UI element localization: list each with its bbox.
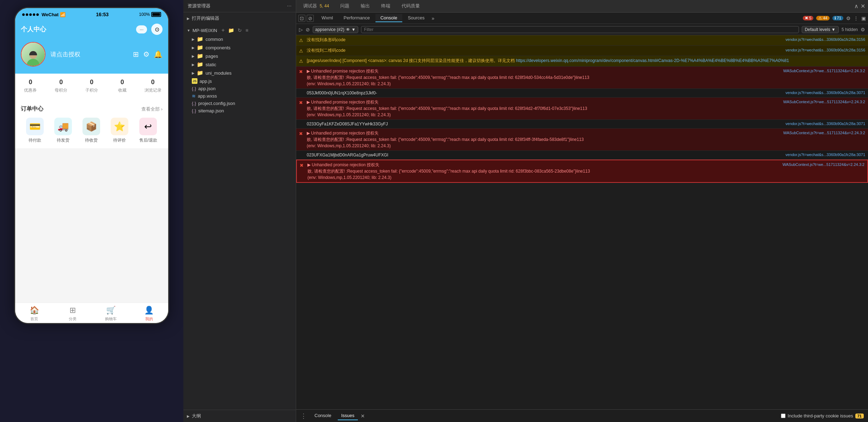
filetree-more-icon[interactable]: ··· [287, 3, 292, 9]
tab-code-quality[interactable]: 代码质量 [397, 1, 424, 11]
panel-icon[interactable]: ▣ [861, 15, 866, 21]
tree-item-project-config[interactable]: {.} project.config.json [183, 100, 296, 107]
pending-review-icon: ⭐ [111, 118, 128, 135]
block-icon[interactable]: ⊘ [307, 15, 314, 22]
tree-item-pages[interactable]: ▶ 📁 pages [183, 52, 296, 60]
inspect-icon[interactable]: ⊡ [298, 15, 305, 22]
log-id-source-2[interactable]: vendor.js?t=wechat&s...3360b90a1fc28a:30… [786, 121, 865, 127]
log-detail-2: 败, 请检查您的配置! :Request access_token fail: … [307, 105, 865, 118]
nav-cart[interactable]: 🛒 购物车 [92, 306, 130, 322]
third-party-checkbox[interactable] [781, 414, 786, 418]
stat-coupon[interactable]: 0 优惠券 [15, 79, 46, 93]
log-source-err-3[interactable]: WASubContext.js?t=we...51711324&v=2.24.3… [783, 130, 865, 136]
log-source-err-4[interactable]: WASubContext.js?t=we...51711324&v=2.24.3… [782, 162, 864, 168]
order-refund[interactable]: ↩ 售后/退款 [139, 118, 157, 143]
nav-home[interactable]: 🏠 首页 [15, 306, 54, 322]
open-editors-label: 打开的编辑器 [192, 15, 219, 21]
settings-icon[interactable]: ⚙ [143, 50, 149, 58]
refresh-icon[interactable]: ↻ [238, 27, 242, 33]
log-source-err-2[interactable]: WASubContext.js?t=we...51711324&v=2.24.3… [783, 99, 865, 105]
more-options-icon[interactable]: ⋮ [854, 15, 858, 21]
issues-tab-issues[interactable]: Issues [338, 411, 358, 420]
open-editors-header[interactable]: ▶ 打开的编辑器 [183, 14, 296, 23]
tree-item-components[interactable]: ▶ 📁 components [183, 43, 296, 52]
tree-item-common[interactable]: ▶ 📁 common [183, 35, 296, 43]
console-gear-icon[interactable]: ⚙ [861, 27, 865, 32]
user-section: 请点击授权 ⊞ ⚙ 🔔 [15, 38, 168, 74]
nav-more-icon[interactable]: » [432, 15, 434, 21]
outline-label: 大纲 [192, 413, 201, 419]
tree-item-app-wxss[interactable]: ≋ app.wxss [183, 92, 296, 100]
filter-input[interactable] [361, 26, 799, 33]
order-pending-review[interactable]: ⭐ 待评价 [111, 118, 128, 143]
tree-item-uni-modules[interactable]: ▶ 📁 uni_modules [183, 69, 296, 77]
stat-parent-points-label: 母积分 [55, 87, 67, 93]
log-id-2: 0233GyFa1KFZeD08SJFa1YYwHk33GyFJ [307, 121, 388, 127]
log-source-1[interactable]: vendor.js?t=wechat&s...3360b90a1fc28a:31… [786, 37, 865, 43]
log-id-source-1[interactable]: vendor.js?t=wechat&s...3360b90a1fc28a:30… [786, 90, 865, 96]
signal-dot-3 [29, 13, 32, 16]
tree-item-app-js[interactable]: JS app.js [183, 77, 296, 85]
log-main-3: ▶ Unhandled promise rejection 授权失 [307, 130, 379, 136]
close-icon[interactable]: ✕ [861, 3, 865, 10]
qr-code-icon[interactable]: ⊞ [133, 50, 139, 58]
order-pending-receive[interactable]: 📦 待收货 [82, 118, 100, 143]
header-record-button[interactable]: ⊙ [151, 24, 163, 35]
tree-arrow-components: ▶ [192, 46, 195, 50]
issues-tab-console[interactable]: Console [311, 411, 335, 420]
tab-output[interactable]: 输出 [356, 1, 374, 11]
tree-item-app-json[interactable]: {.} app.json [183, 85, 296, 92]
nav-tab-console[interactable]: Console [375, 14, 402, 22]
avatar-wrapper[interactable] [21, 42, 45, 67]
tab-issues[interactable]: 问题 [336, 1, 354, 11]
issues-menu-icon[interactable]: ⋮ [300, 412, 307, 420]
stat-history[interactable]: 0 浏览记录 [137, 79, 168, 93]
log-row-2: ▶ Unhandled promise rejection 授权失 WASubC… [307, 99, 865, 105]
stat-child-points[interactable]: 0 子积分 [77, 79, 107, 93]
log-entry-error-3: ✖ ▶ Unhandled promise rejection 授权失 WASu… [296, 129, 868, 151]
code-quality-label: 代码质量 [402, 3, 420, 8]
nav-category[interactable]: ⊞ 分类 [54, 306, 92, 322]
console-block-icon[interactable]: ⊘ [306, 27, 310, 32]
context-selector[interactable]: appservice (#2) 👁 ▼ [313, 26, 358, 33]
tree-item-static[interactable]: ▶ 📁 static [183, 60, 296, 69]
log-content-error-4: ▶ Unhandled promise rejection 授权失 WASubC… [307, 162, 864, 181]
devtools-panel: 调试器 5, 44 问题 输出 终端 代码质量 ∧ ✕ ⊡ ⊘ Wxml Per… [296, 0, 868, 422]
mp-weixin-header[interactable]: ▼ MP-WEIXIN + 📁 ↻ ≡ [183, 26, 296, 35]
issues-issues-label: Issues [341, 413, 355, 418]
cart-icon: 🛒 [106, 306, 116, 315]
log-source-2[interactable]: vendor.js?t=wechat&s...3360b90a1fc28a:31… [786, 47, 865, 53]
nav-tab-sources[interactable]: Sources [403, 14, 430, 22]
issues-close-icon[interactable]: ✕ [361, 413, 365, 419]
canvas-link[interactable]: https://developers.weixin.qq.com/minipro… [516, 58, 789, 63]
tree-arrow-common: ▶ [192, 37, 195, 41]
stat-favorites[interactable]: 0 收藏 [107, 79, 137, 93]
log-row-1: ▶ Unhandled promise rejection 授权失 WASubC… [307, 68, 865, 74]
log-source-err-1[interactable]: WASubContext.js?t=we...51711324&v=2.24.3… [783, 68, 865, 74]
nav-profile[interactable]: 👤 我的 [130, 306, 169, 322]
tree-label-components: components [206, 45, 231, 50]
tab-debugger[interactable]: 调试器 5, 44 [299, 1, 333, 11]
levels-button[interactable]: Default levels ▼ [802, 26, 839, 33]
user-name[interactable]: 请点击授权 [50, 50, 80, 58]
log-id-source-3[interactable]: vendor.js?t=wechat&s...3360b90a1fc28a:30… [786, 152, 865, 158]
eye-icon: 👁 [346, 27, 350, 32]
chevron-up-icon[interactable]: ∧ [854, 3, 858, 10]
collapse-icon[interactable]: ≡ [245, 27, 248, 33]
new-folder-icon[interactable]: 📁 [228, 27, 234, 33]
stats-row: 0 优惠券 0 母积分 0 子积分 0 收藏 0 浏览记录 [15, 74, 168, 98]
tab-terminal[interactable]: 终端 [377, 1, 395, 11]
stat-favorites-value: 0 [121, 79, 124, 86]
nav-tab-performance[interactable]: Performance [339, 14, 375, 22]
stat-parent-points[interactable]: 0 母积分 [46, 79, 77, 93]
order-pending-ship[interactable]: 🚚 待发货 [54, 118, 72, 143]
order-view-all-link[interactable]: 查看全部 › [141, 106, 163, 112]
tree-item-sitemap[interactable]: {.} sitemap.json [183, 107, 296, 114]
settings-gear-icon[interactable]: ⚙ [846, 15, 851, 21]
order-pending-pay[interactable]: 💳 待付款 [26, 118, 44, 143]
add-file-icon[interactable]: + [221, 27, 225, 33]
outline-section[interactable]: ▶ 大纲 [183, 410, 296, 422]
nav-tab-wxml[interactable]: Wxml [317, 14, 338, 22]
notification-icon[interactable]: 🔔 [154, 50, 163, 58]
header-menu-button[interactable]: ··· [136, 25, 147, 33]
